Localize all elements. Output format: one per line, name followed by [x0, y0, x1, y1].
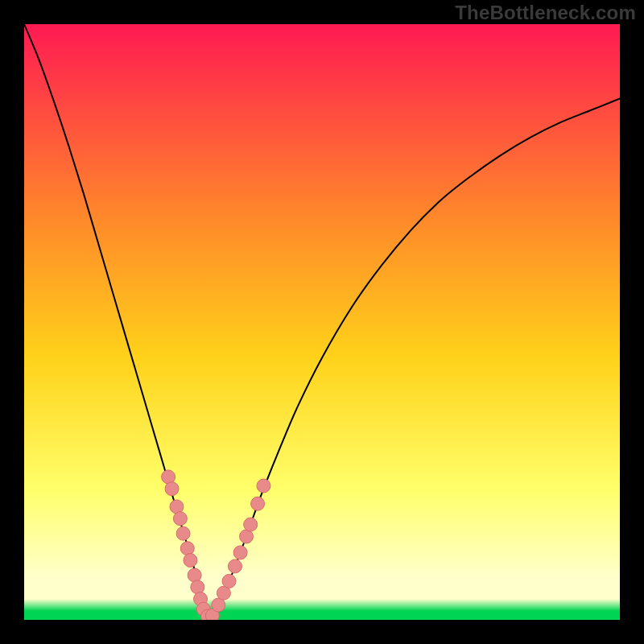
curve-marker — [257, 479, 270, 493]
chart-stage: TheBottleneck.com — [0, 0, 644, 644]
curve-marker — [173, 512, 187, 526]
watermark-text: TheBottleneck.com — [455, 2, 636, 24]
curve-marker — [191, 580, 204, 594]
curve-marker — [180, 542, 194, 555]
curve-marker — [222, 574, 236, 588]
curve-marker — [184, 554, 197, 568]
curve-marker — [176, 526, 190, 540]
curve-marker — [233, 546, 247, 559]
curve-marker — [251, 497, 265, 510]
curve-marker — [188, 568, 201, 582]
curve-marker — [244, 518, 258, 531]
chart-svg — [24, 24, 620, 620]
plot-area — [24, 24, 620, 620]
curve-marker — [228, 559, 242, 573]
curve-marker — [165, 482, 179, 496]
gradient-background — [24, 24, 620, 620]
